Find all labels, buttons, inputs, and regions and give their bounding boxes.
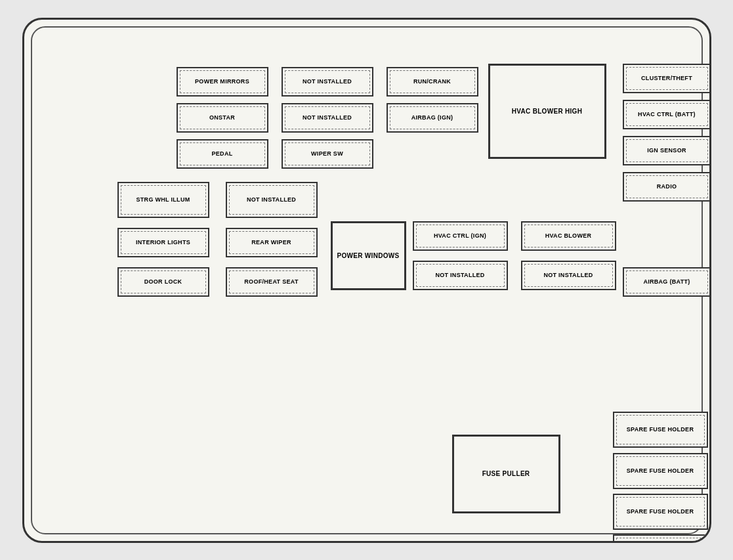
roof-heat-seat: ROOF/HEAT SEAT <box>226 267 318 297</box>
spare-fuse-3-label: SPARE FUSE HOLDER <box>616 497 705 527</box>
run-crank-label: RUN/CRANK <box>390 70 475 93</box>
interior-lights: INTERIOR LIGHTS <box>117 228 209 257</box>
not-installed-5: NOT INSTALLED <box>521 261 616 290</box>
spare-fuse-3: SPARE FUSE HOLDER <box>613 494 708 530</box>
power-mirrors: POWER MIRRORS <box>177 67 268 97</box>
not-installed-4: NOT INSTALLED <box>413 261 508 290</box>
airbag-batt-label: AIRBAG (BATT) <box>626 270 708 293</box>
fuse-puller-label: FUSE PULLER <box>480 467 533 481</box>
radio-label: RADIO <box>626 175 708 198</box>
radio: RADIO <box>623 172 711 202</box>
not-installed-1: NOT INSTALLED <box>282 67 373 97</box>
spare-fuse-4: SPARE FUSE HOLDER <box>613 534 708 543</box>
rear-wiper-label: REAR WIPER <box>229 231 314 254</box>
onstar-label: ONSTAR <box>180 106 265 129</box>
fuse-puller: FUSE PULLER <box>452 435 560 513</box>
rear-wiper: REAR WIPER <box>226 228 318 257</box>
airbag-ign: AIRBAG (IGN) <box>387 103 478 133</box>
hvac-blower-high: HVAC BLOWER HIGH <box>488 64 606 159</box>
hvac-blower: HVAC BLOWER <box>521 221 616 251</box>
not-installed-2-label: NOT INSTALLED <box>285 106 370 129</box>
door-lock-label: DOOR LOCK <box>121 270 206 293</box>
hvac-ctrl-batt: HVAC CTRL (BATT) <box>623 100 711 129</box>
spare-fuse-1: SPARE FUSE HOLDER <box>613 412 708 448</box>
cluster-theft: CLUSTER/THEFT <box>623 64 711 93</box>
power-mirrors-label: POWER MIRRORS <box>180 70 265 93</box>
cluster-theft-label: CLUSTER/THEFT <box>626 67 708 90</box>
door-lock: DOOR LOCK <box>117 267 209 297</box>
run-crank: RUN/CRANK <box>387 67 478 97</box>
airbag-ign-label: AIRBAG (IGN) <box>390 106 475 129</box>
roof-heat-seat-label: ROOF/HEAT SEAT <box>229 270 314 293</box>
pedal: PEDAL <box>177 139 268 169</box>
diagram-inner: POWER MIRRORSNOT INSTALLEDRUN/CRANKHVAC … <box>31 26 703 534</box>
hvac-blower-label: HVAC BLOWER <box>524 225 613 248</box>
spare-fuse-1-label: SPARE FUSE HOLDER <box>616 415 705 444</box>
diagram-outer: POWER MIRRORSNOT INSTALLEDRUN/CRANKHVAC … <box>22 18 711 543</box>
interior-lights-label: INTERIOR LIGHTS <box>121 231 206 254</box>
ign-sensor-label: IGN SENSOR <box>626 139 708 162</box>
strg-whl-illum-label: STRG WHL ILLUM <box>121 185 206 215</box>
wiper-sw-label: WIPER SW <box>285 142 370 165</box>
spare-fuse-2-label: SPARE FUSE HOLDER <box>616 456 705 486</box>
hvac-ctrl-batt-label: HVAC CTRL (BATT) <box>626 103 708 126</box>
not-installed-4-label: NOT INSTALLED <box>416 264 505 287</box>
wiper-sw: WIPER SW <box>282 139 373 169</box>
not-installed-3: NOT INSTALLED <box>226 182 318 218</box>
not-installed-5-label: NOT INSTALLED <box>524 264 613 287</box>
power-windows-label: POWER WINDOWS <box>334 249 402 263</box>
airbag-batt: AIRBAG (BATT) <box>623 267 711 297</box>
strg-whl-illum: STRG WHL ILLUM <box>117 182 209 218</box>
not-installed-2: NOT INSTALLED <box>282 103 373 133</box>
pedal-label: PEDAL <box>180 142 265 165</box>
power-windows: POWER WINDOWS <box>331 221 406 290</box>
not-installed-3-label: NOT INSTALLED <box>229 185 314 215</box>
hvac-blower-high-label: HVAC BLOWER HIGH <box>509 104 585 118</box>
hvac-ctrl-ign: HVAC CTRL (IGN) <box>413 221 508 251</box>
spare-fuse-4-label: SPARE FUSE HOLDER <box>616 538 705 543</box>
onstar: ONSTAR <box>177 103 268 133</box>
not-installed-1-label: NOT INSTALLED <box>285 70 370 93</box>
spare-fuse-2: SPARE FUSE HOLDER <box>613 453 708 489</box>
ign-sensor: IGN SENSOR <box>623 136 711 165</box>
hvac-ctrl-ign-label: HVAC CTRL (IGN) <box>416 225 505 248</box>
